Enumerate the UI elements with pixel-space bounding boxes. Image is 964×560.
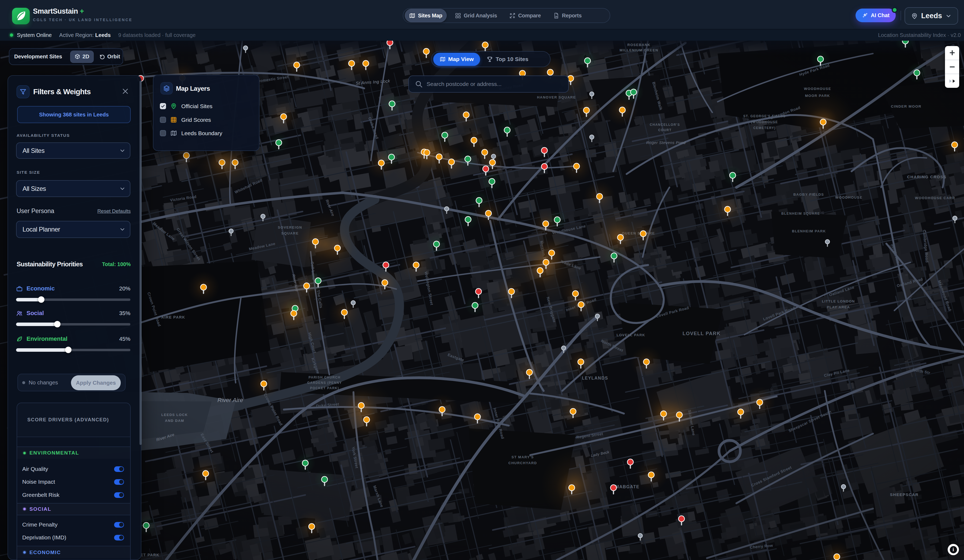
svg-text:AIRE PARK: AIRE PARK [161, 315, 185, 319]
svg-text:CHURCHYARD: CHURCHYARD [508, 461, 537, 465]
svg-text:CHANCELLOR'S: CHANCELLOR'S [650, 123, 680, 127]
svg-text:MILLENIUM GREEN: MILLENIUM GREEN [620, 48, 658, 52]
svg-text:COURT: COURT [658, 128, 672, 132]
svg-text:PLAY AREA: PLAY AREA [827, 305, 850, 309]
svg-text:CHARING CROSS: CHARING CROSS [907, 174, 946, 179]
svg-text:ST MARY'S: ST MARY'S [511, 455, 534, 459]
svg-text:BLENHEIM PARK: BLENHEIM PARK [792, 229, 826, 233]
svg-text:LOVELL PARK: LOVELL PARK [682, 331, 721, 336]
svg-text:LOVELL PARK: LOVELL PARK [616, 333, 645, 337]
svg-text:POCKET PARK): POCKET PARK) [310, 386, 339, 390]
svg-text:MABGATE: MABGATE [616, 485, 640, 489]
svg-text:HANOVER SQUARE: HANOVER SQUARE [537, 95, 576, 99]
svg-text:LITTLE LONDON: LITTLE LONDON [822, 299, 855, 303]
svg-text:CINDER MOOR: CINDER MOOR [891, 104, 922, 108]
svg-text:CEMETERY): CEMETERY) [753, 126, 776, 130]
svg-text:GARDENS (PENNY: GARDENS (PENNY [307, 381, 342, 385]
svg-text:ET PARK: ET PARK [141, 553, 160, 557]
svg-text:SHEEPSCAR: SHEEPSCAR [890, 492, 919, 497]
svg-text:ROSEBANK: ROSEBANK [627, 43, 650, 47]
svg-text:LEEDS LOCK: LEEDS LOCK [161, 413, 188, 417]
svg-text:BAGBY FIELDS: BAGBY FIELDS [793, 192, 824, 197]
svg-text:(WOODHOUSE: (WOODHOUSE [751, 120, 778, 124]
svg-text:BLENHEIM SQUARE: BLENHEIM SQUARE [782, 212, 820, 215]
svg-text:WOODHOUSE CARR: WOODHOUSE CARR [915, 196, 955, 200]
svg-text:AND DAM: AND DAM [165, 419, 184, 423]
svg-text:WOODHOUSE: WOODHOUSE [804, 87, 831, 91]
svg-text:Roger Stevens Pond: Roger Stevens Pond [646, 140, 686, 145]
svg-text:PARISH CHURCH: PARISH CHURCH [308, 376, 340, 379]
svg-text:WOODHOUSE: WOODHOUSE [835, 195, 863, 199]
